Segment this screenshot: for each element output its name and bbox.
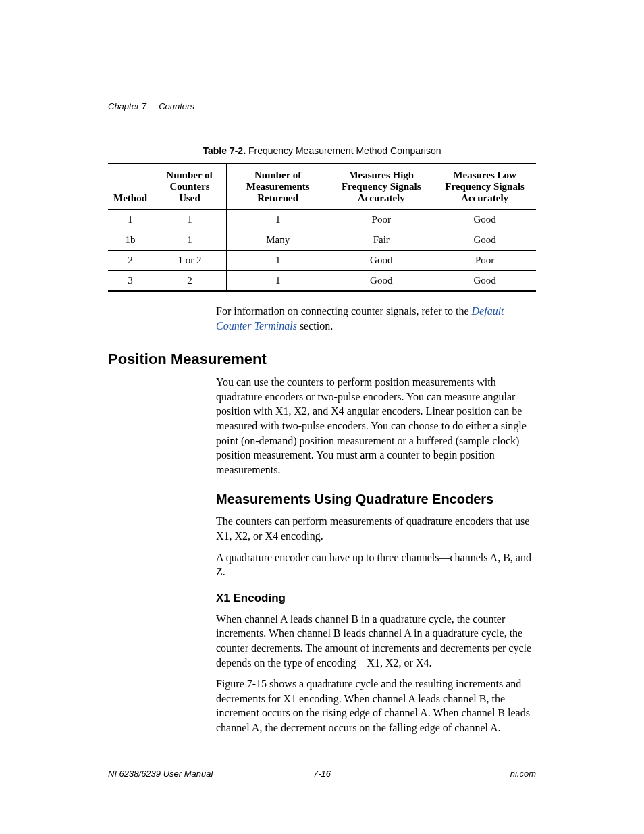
- text: section.: [297, 320, 333, 332]
- comparison-table: Method Number of Counters Used Number of…: [108, 163, 536, 292]
- position-measurement-heading: Position Measurement: [108, 350, 536, 368]
- table-cell: 1 or 2: [153, 251, 227, 271]
- body-paragraph: The counters can perform measurements of…: [216, 514, 536, 543]
- body-paragraph: When channel A leads channel B in a quad…: [216, 612, 536, 670]
- table-header: Measures High Frequency Signals Accurate…: [329, 163, 433, 210]
- table-cell: Poor: [433, 251, 536, 271]
- body-paragraph: You can use the counters to perform posi…: [216, 375, 536, 477]
- table-cell: Fair: [329, 230, 433, 251]
- table-caption-label: Table 7-2.: [203, 145, 246, 156]
- body-paragraph: Figure 7-15 shows a quadrature cycle and…: [216, 677, 536, 735]
- table-row: 1b 1 Many Fair Good: [108, 230, 536, 251]
- chapter-title: Counters: [159, 101, 194, 111]
- table-cell: 1: [108, 210, 153, 230]
- table-header: Number of Measurements Returned: [226, 163, 329, 210]
- footer-page-number: 7-16: [108, 768, 536, 779]
- table-header: Method: [108, 163, 153, 210]
- quadrature-encoders-heading: Measurements Using Quadrature Encoders: [216, 492, 536, 507]
- table-cell: 1: [226, 271, 329, 292]
- table-cell: 2: [108, 251, 153, 271]
- table-cell: Good: [329, 271, 433, 292]
- table-cell: Good: [433, 210, 536, 230]
- table-cell: 1b: [108, 230, 153, 251]
- table-cell: 1: [153, 230, 227, 251]
- table-header: Number of Counters Used: [153, 163, 227, 210]
- x1-encoding-heading: X1 Encoding: [216, 592, 536, 605]
- table-caption: Table 7-2. Frequency Measurement Method …: [108, 145, 536, 156]
- table-cell: Poor: [329, 210, 433, 230]
- table-row: 2 1 or 2 1 Good Poor: [108, 251, 536, 271]
- body-paragraph: A quadrature encoder can have up to thre…: [216, 550, 536, 579]
- page-footer: NI 6238/6239 User Manual 7-16 ni.com: [108, 768, 536, 779]
- table-header: Measures Low Frequency Signals Accuratel…: [433, 163, 536, 210]
- table-cell: 1: [153, 210, 227, 230]
- table-caption-text: Frequency Measurement Method Comparison: [248, 145, 441, 156]
- table-row: 1 1 1 Poor Good: [108, 210, 536, 230]
- table-cell: 1: [226, 210, 329, 230]
- table-cell: 1: [226, 251, 329, 271]
- chapter-header: Chapter 7 Counters: [108, 101, 536, 111]
- table-cell: Good: [329, 251, 433, 271]
- table-cell: Good: [433, 271, 536, 292]
- table-cell: Many: [226, 230, 329, 251]
- text: For information on connecting counter si…: [216, 305, 472, 317]
- table-cell: 3: [108, 271, 153, 292]
- table-cell: Good: [433, 230, 536, 251]
- xref-paragraph: For information on connecting counter si…: [216, 304, 536, 333]
- table-header-row: Method Number of Counters Used Number of…: [108, 163, 536, 210]
- chapter-number: Chapter 7: [108, 101, 146, 111]
- table-row: 3 2 1 Good Good: [108, 271, 536, 292]
- table-cell: 2: [153, 271, 227, 292]
